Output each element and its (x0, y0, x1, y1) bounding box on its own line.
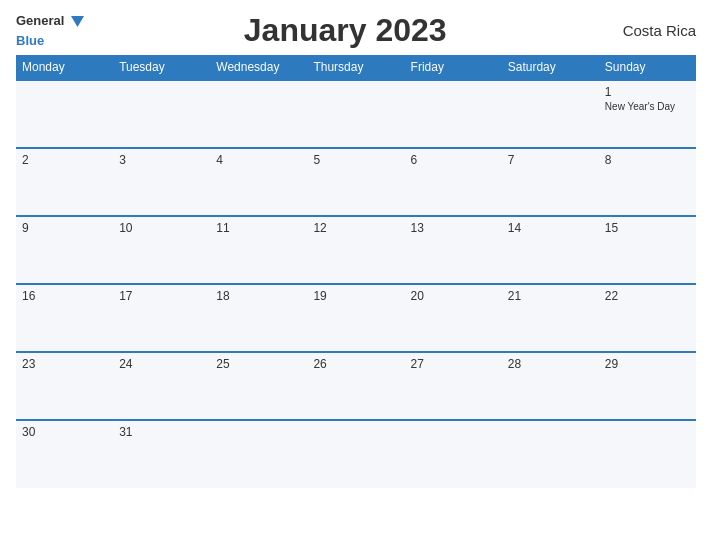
calendar-cell: 14 (502, 216, 599, 284)
col-thursday: Thursday (307, 55, 404, 80)
day-number: 24 (119, 357, 204, 371)
day-number: 7 (508, 153, 593, 167)
calendar-cell: 13 (405, 216, 502, 284)
calendar-cell (502, 80, 599, 148)
calendar-cell: 8 (599, 148, 696, 216)
logo-general-text: General (16, 14, 64, 28)
calendar-header: Monday Tuesday Wednesday Thursday Friday… (16, 55, 696, 80)
calendar-cell: 24 (113, 352, 210, 420)
calendar-cell: 29 (599, 352, 696, 420)
day-number: 17 (119, 289, 204, 303)
calendar-cell: 21 (502, 284, 599, 352)
col-saturday: Saturday (502, 55, 599, 80)
calendar-week-row: 16171819202122 (16, 284, 696, 352)
calendar-body: 1New Year's Day2345678910111213141516171… (16, 80, 696, 488)
calendar-cell: 15 (599, 216, 696, 284)
day-number: 28 (508, 357, 593, 371)
calendar-cell: 11 (210, 216, 307, 284)
calendar-cell: 30 (16, 420, 113, 488)
calendar-cell: 18 (210, 284, 307, 352)
calendar-cell (599, 420, 696, 488)
day-number: 23 (22, 357, 107, 371)
day-number: 20 (411, 289, 496, 303)
day-number: 29 (605, 357, 690, 371)
calendar-cell: 25 (210, 352, 307, 420)
calendar-week-row: 3031 (16, 420, 696, 488)
calendar-cell: 23 (16, 352, 113, 420)
col-friday: Friday (405, 55, 502, 80)
day-number: 10 (119, 221, 204, 235)
calendar-cell (113, 80, 210, 148)
calendar-cell: 17 (113, 284, 210, 352)
col-sunday: Sunday (599, 55, 696, 80)
calendar-cell: 2 (16, 148, 113, 216)
day-number: 15 (605, 221, 690, 235)
calendar-cell: 7 (502, 148, 599, 216)
calendar-cell: 5 (307, 148, 404, 216)
header-row: Monday Tuesday Wednesday Thursday Friday… (16, 55, 696, 80)
svg-marker-0 (71, 16, 84, 27)
logo: General Blue (16, 13, 84, 49)
day-number: 12 (313, 221, 398, 235)
day-number: 11 (216, 221, 301, 235)
calendar-cell: 1New Year's Day (599, 80, 696, 148)
country-label: Costa Rica (606, 22, 696, 39)
calendar-week-row: 9101112131415 (16, 216, 696, 284)
calendar-cell: 6 (405, 148, 502, 216)
calendar-cell: 22 (599, 284, 696, 352)
calendar-cell (502, 420, 599, 488)
calendar-cell (405, 80, 502, 148)
calendar-cell (405, 420, 502, 488)
day-number: 31 (119, 425, 204, 439)
calendar-cell (307, 80, 404, 148)
calendar-week-row: 2345678 (16, 148, 696, 216)
logo-blue-text: Blue (16, 33, 44, 48)
day-number: 25 (216, 357, 301, 371)
calendar-cell (210, 80, 307, 148)
day-number: 27 (411, 357, 496, 371)
calendar-table: Monday Tuesday Wednesday Thursday Friday… (16, 55, 696, 488)
day-number: 21 (508, 289, 593, 303)
calendar-cell (210, 420, 307, 488)
calendar-page: General Blue January 2023 Costa Rica Mon… (0, 0, 712, 550)
calendar-cell: 16 (16, 284, 113, 352)
calendar-cell: 26 (307, 352, 404, 420)
calendar-cell (16, 80, 113, 148)
calendar-title: January 2023 (84, 12, 606, 49)
calendar-cell: 28 (502, 352, 599, 420)
col-wednesday: Wednesday (210, 55, 307, 80)
calendar-cell: 3 (113, 148, 210, 216)
calendar-cell: 4 (210, 148, 307, 216)
calendar-week-row: 23242526272829 (16, 352, 696, 420)
day-number: 4 (216, 153, 301, 167)
day-number: 6 (411, 153, 496, 167)
day-number: 18 (216, 289, 301, 303)
day-number: 26 (313, 357, 398, 371)
calendar-cell (307, 420, 404, 488)
col-tuesday: Tuesday (113, 55, 210, 80)
calendar-cell: 20 (405, 284, 502, 352)
header: General Blue January 2023 Costa Rica (16, 12, 696, 49)
day-number: 14 (508, 221, 593, 235)
holiday-label: New Year's Day (605, 101, 690, 112)
day-number: 19 (313, 289, 398, 303)
calendar-cell: 10 (113, 216, 210, 284)
calendar-cell: 12 (307, 216, 404, 284)
logo-triangle-icon (66, 13, 84, 31)
calendar-cell: 27 (405, 352, 502, 420)
day-number: 8 (605, 153, 690, 167)
day-number: 16 (22, 289, 107, 303)
day-number: 3 (119, 153, 204, 167)
day-number: 30 (22, 425, 107, 439)
col-monday: Monday (16, 55, 113, 80)
calendar-cell: 31 (113, 420, 210, 488)
day-number: 5 (313, 153, 398, 167)
calendar-cell: 19 (307, 284, 404, 352)
day-number: 2 (22, 153, 107, 167)
day-number: 22 (605, 289, 690, 303)
calendar-week-row: 1New Year's Day (16, 80, 696, 148)
calendar-cell: 9 (16, 216, 113, 284)
day-number: 9 (22, 221, 107, 235)
day-number: 1 (605, 85, 690, 99)
day-number: 13 (411, 221, 496, 235)
